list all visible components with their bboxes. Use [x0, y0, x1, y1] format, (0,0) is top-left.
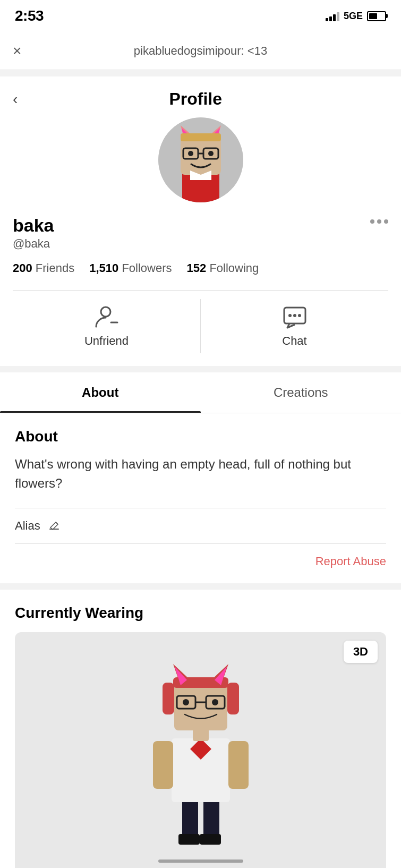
- about-section: About What's wrong with having an empty …: [0, 413, 401, 583]
- status-time: 2:53: [15, 7, 44, 24]
- svg-rect-13: [181, 133, 221, 141]
- wearing-section: Currently Wearing 3D: [0, 590, 401, 868]
- close-button[interactable]: ×: [13, 44, 21, 58]
- wearing-heading: Currently Wearing: [15, 605, 386, 622]
- nav-title: pikabluedogsimipour: <13: [134, 44, 267, 58]
- svg-point-35: [183, 699, 189, 705]
- alias-row: Alias: [15, 519, 386, 543]
- friends-stat: 200 Friends: [13, 261, 74, 275]
- more-options-button[interactable]: [370, 219, 388, 224]
- user-handle: @baka: [13, 237, 54, 251]
- svg-rect-22: [182, 797, 198, 839]
- status-icons: 5GE: [326, 11, 386, 22]
- tab-creations[interactable]: Creations: [201, 372, 402, 413]
- three-d-button[interactable]: 3D: [344, 641, 378, 663]
- network-label: 5GE: [344, 11, 363, 22]
- tabs-row: About Creations: [0, 372, 401, 413]
- profile-card: ‹ Profile: [0, 76, 401, 366]
- about-heading: About: [15, 428, 386, 445]
- nav-bar: × pikabluedogsimipour: <13: [0, 32, 401, 70]
- svg-rect-23: [203, 797, 219, 839]
- signal-icon: [326, 11, 339, 21]
- home-indicator: [158, 860, 243, 863]
- username: baka: [13, 215, 54, 236]
- following-stat: 152 Following: [187, 261, 259, 275]
- stats-row: 200 Friends 1,510 Followers 152 Followin…: [13, 261, 388, 275]
- report-abuse-button[interactable]: Report Abuse: [315, 555, 386, 568]
- svg-rect-31: [174, 683, 227, 730]
- alias-label: Alias: [15, 519, 40, 533]
- svg-rect-28: [228, 741, 249, 789]
- about-bio: What's wrong with having an empty head, …: [15, 455, 386, 493]
- avatar: [158, 117, 243, 202]
- svg-point-19: [293, 314, 296, 317]
- tab-about[interactable]: About: [0, 372, 201, 413]
- svg-point-20: [298, 314, 301, 317]
- chat-button[interactable]: Chat: [200, 299, 388, 353]
- divider-2: [15, 543, 386, 544]
- svg-point-7: [188, 151, 193, 156]
- chat-label: Chat: [282, 334, 306, 348]
- battery-icon: [367, 11, 386, 21]
- status-bar: 2:53 5GE: [0, 0, 401, 32]
- username-row: baka @baka: [13, 215, 388, 251]
- unfriend-label: Unfriend: [84, 334, 129, 348]
- report-row: Report Abuse: [15, 555, 386, 583]
- followers-stat: 1,510 Followers: [89, 261, 172, 275]
- unfriend-button[interactable]: Unfriend: [13, 299, 200, 353]
- page-title: Profile: [18, 89, 373, 109]
- svg-rect-24: [178, 834, 200, 845]
- svg-rect-25: [200, 834, 221, 845]
- divider-1: [15, 508, 386, 508]
- edit-icon[interactable]: [48, 520, 61, 532]
- svg-point-18: [288, 314, 292, 317]
- svg-rect-3: [181, 138, 221, 175]
- svg-point-36: [212, 699, 218, 705]
- avatar-container: [13, 117, 388, 202]
- svg-rect-42: [163, 683, 174, 714]
- profile-header-row: ‹ Profile: [13, 89, 388, 109]
- back-button[interactable]: ‹: [13, 92, 18, 107]
- svg-rect-43: [227, 683, 239, 714]
- actions-row: Unfriend Chat: [13, 290, 388, 353]
- svg-rect-21: [49, 529, 59, 530]
- user-info: baka @baka: [13, 215, 54, 251]
- svg-point-15: [101, 307, 110, 317]
- svg-point-8: [208, 151, 214, 156]
- wearing-preview: 3D: [15, 632, 386, 868]
- character-preview: [142, 653, 259, 866]
- svg-rect-27: [153, 741, 173, 789]
